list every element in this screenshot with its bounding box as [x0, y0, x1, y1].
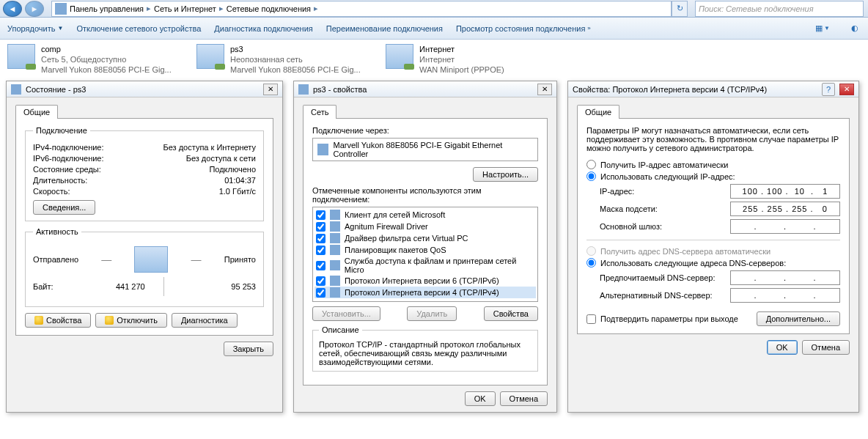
media-label: Состояние среды: [33, 165, 101, 174]
ipv4-properties-dialog: Свойства: Протокол Интернета версии 4 (T… [567, 81, 859, 413]
speed-label: Скорость: [33, 187, 70, 196]
refresh-button[interactable]: ↻ [672, 1, 688, 17]
address-bar[interactable]: Панель управления▸ Сеть и Интернет▸ Сете… [51, 1, 672, 17]
component-checkbox[interactable] [316, 246, 326, 255]
organize-menu[interactable]: Упорядочить▼ [7, 24, 63, 33]
tab-general[interactable]: Общие [577, 105, 619, 119]
radio-auto-ip[interactable] [586, 160, 596, 169]
connection-item-comp[interactable]: comp Сеть 5, Общедоступно Marvell Yukon … [7, 44, 191, 75]
speed-value: 1.0 Гбит/с [219, 187, 256, 196]
uninstall-button[interactable]: Удалить [407, 306, 457, 321]
view-status-cmd[interactable]: Просмотр состояния подключения» [456, 24, 591, 33]
network-adapter-icon [386, 44, 413, 69]
close-button[interactable]: ✕ [839, 84, 854, 95]
validate-on-exit-label: Подтвердить параметры при выходе [600, 314, 738, 323]
subnet-mask-input[interactable] [730, 202, 840, 216]
view-options-button[interactable]: ▦▼ [817, 23, 828, 34]
component-icon [330, 210, 340, 220]
ipv4-label: IPv4-подключение: [33, 143, 104, 152]
ip-address-input[interactable] [730, 184, 840, 199]
rename-cmd[interactable]: Переименование подключения [326, 24, 443, 33]
intro-text: Параметры IP могут назначаться автоматич… [586, 126, 840, 152]
disable-device-cmd[interactable]: Отключение сетевого устройства [76, 24, 201, 33]
list-item[interactable]: Драйвер фильтра сети Virtual PC [315, 232, 536, 244]
back-button[interactable]: ◄ [3, 1, 22, 17]
disconnect-button[interactable]: Отключить [95, 313, 167, 328]
breadcrumb-a[interactable]: Панель управления [70, 4, 144, 13]
tab-network[interactable]: Сеть [303, 105, 336, 119]
conn-network: Сеть 5, Общедоступно [41, 54, 172, 64]
close-button[interactable]: ✕ [263, 84, 278, 95]
breadcrumb-b[interactable]: Сеть и Интернет [154, 4, 216, 13]
diagnose-cmd[interactable]: Диагностика подключения [214, 24, 312, 33]
forward-button[interactable]: ► [25, 1, 44, 17]
radio-static-ip[interactable] [586, 171, 596, 181]
component-label: Планировщик пакетов QoS [345, 246, 446, 254]
component-checkbox[interactable] [316, 261, 326, 270]
ok-button[interactable]: OK [767, 340, 798, 355]
list-item[interactable]: Протокол Интернета версии 6 (TCP/IPv6) [315, 275, 536, 287]
conn-network: Неопознанная сеть [230, 54, 361, 64]
list-item[interactable]: Клиент для сетей Microsoft [315, 209, 536, 221]
ok-button[interactable]: OK [465, 391, 496, 406]
duration-value: 01:04:37 [224, 176, 256, 185]
component-checkbox[interactable] [316, 288, 326, 298]
component-properties-button[interactable]: Свойства [484, 306, 538, 321]
conn-name: Интернет [419, 44, 504, 54]
adapter-field: Marvell Yukon 88E8056 PCI-E Gigabit Ethe… [312, 138, 538, 161]
properties-button[interactable]: Свойства [25, 313, 91, 328]
close-button[interactable]: Закрыть [224, 342, 273, 356]
connection-item-ps3[interactable]: ps3 Неопознанная сеть Marvell Yukon 88E8… [196, 44, 380, 75]
diagnose-button[interactable]: Диагностика [172, 313, 238, 328]
description-text: Протокол TCP/IP - стандартный протокол г… [319, 340, 532, 366]
list-item[interactable]: Agnitum Firewall Driver [315, 221, 536, 232]
location-icon [55, 3, 67, 15]
breadcrumb-c[interactable]: Сетевые подключения [227, 4, 311, 13]
component-checkbox[interactable] [316, 276, 326, 286]
ipv6-label: IPv6-подключение: [33, 154, 104, 163]
chevron-right-icon: ▸ [219, 4, 224, 13]
connection-item-internet[interactable]: Интернет Интернет WAN Miniport (PPPOE) [386, 44, 569, 75]
radio-auto-ip-label: Получить IP-адрес автоматически [600, 161, 728, 169]
bytes-received: 95 253 [183, 282, 256, 291]
components-list[interactable]: Клиент для сетей Microsoft Agnitum Firew… [312, 207, 538, 302]
list-item[interactable]: Планировщик пакетов QoS [315, 244, 536, 256]
shield-icon [34, 316, 43, 325]
ip-address-label: IP-адрес: [600, 187, 634, 196]
conn-device: WAN Miniport (PPPOE) [419, 64, 504, 75]
conn-network: Интернет [419, 54, 504, 64]
network-adapter-icon [7, 44, 35, 69]
advanced-button[interactable]: Дополнительно... [757, 311, 840, 326]
ipv4-value: Без доступа к Интернету [163, 143, 256, 152]
conn-name: comp [41, 44, 172, 54]
cancel-button[interactable]: Отмена [802, 340, 850, 355]
configure-button[interactable]: Настроить... [473, 167, 538, 182]
group-activity: Активность [33, 227, 81, 236]
radio-static-dns[interactable] [586, 258, 596, 268]
close-button[interactable]: ✕ [537, 84, 552, 95]
network-icon [11, 84, 21, 95]
search-input[interactable]: Поиск: Сетевые подключения [695, 1, 864, 17]
component-checkbox[interactable] [316, 210, 326, 220]
media-value: Подключено [209, 165, 256, 174]
help-button[interactable]: ◐ [849, 23, 861, 34]
preferred-dns-input[interactable] [730, 270, 840, 285]
alternate-dns-input[interactable] [730, 288, 840, 303]
shield-icon [105, 316, 114, 325]
component-icon [330, 276, 340, 286]
list-item[interactable]: Служба доступа к файлам и принтерам сете… [315, 256, 536, 275]
component-checkbox[interactable] [316, 234, 326, 243]
tab-general[interactable]: Общие [15, 105, 58, 119]
list-item[interactable]: Протокол Интернета версии 4 (TCP/IPv4) [315, 287, 536, 298]
validate-on-exit-checkbox[interactable] [586, 314, 596, 324]
install-button[interactable]: Установить... [312, 306, 380, 321]
component-icon [330, 260, 340, 270]
component-checkbox[interactable] [316, 222, 326, 232]
component-icon [330, 287, 340, 298]
network-icon [298, 84, 309, 95]
help-button[interactable]: ? [822, 83, 835, 96]
cancel-button[interactable]: Отмена [500, 391, 548, 406]
gateway-input[interactable] [730, 219, 840, 234]
details-button[interactable]: Сведения... [33, 200, 95, 215]
conn-name: ps3 [230, 44, 361, 54]
